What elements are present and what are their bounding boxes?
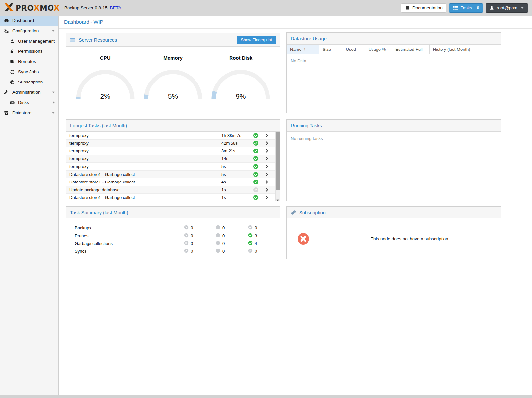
brand-wordmark: PROXMOX — [16, 4, 60, 12]
subscription-message: This node does not have a subscription. — [309, 236, 501, 241]
chevron-down-icon — [52, 30, 55, 32]
task-row[interactable]: termproxy3m 21s — [66, 147, 280, 155]
sidebar-item-user-management[interactable]: User Management — [0, 36, 58, 46]
task-row[interactable]: Datastore store1 - Garbage collect4s — [66, 178, 280, 186]
user-menu-button[interactable]: root@pam — [486, 3, 528, 13]
status-ok-icon — [253, 140, 259, 146]
summary-row-syncs: Syncs000 — [66, 248, 280, 255]
column-header-estimated-full[interactable]: Estimated Full — [392, 45, 430, 54]
chevron-down-icon — [521, 7, 524, 9]
tasks-button[interactable]: Tasks 0 — [449, 3, 483, 13]
task-row[interactable]: Datastore store1 - Garbage collect1s — [66, 194, 280, 201]
datastore-usage-panel: Datastore Usage Name↑SizeUsedUsage %Esti… — [286, 32, 501, 113]
summary-label: Syncs — [75, 249, 86, 254]
disk-icon — [9, 100, 15, 105]
task-duration: 5s — [221, 172, 226, 177]
count-value: 0 — [191, 225, 193, 230]
column-header-usage[interactable]: Usage % — [365, 45, 392, 54]
status-ok-icon — [253, 179, 259, 185]
sidebar-item-disks[interactable]: Disks — [0, 97, 58, 108]
show-fingerprint-button[interactable]: Show Fingerprint — [237, 36, 276, 44]
proxmox-x-logo-icon — [4, 3, 14, 13]
sidebar-item-dashboard[interactable]: Dashboard — [0, 16, 58, 26]
sort-ascending-icon: ↑ — [304, 47, 306, 51]
count-value: 0 — [191, 241, 193, 246]
sidebar-item-label: Sync Jobs — [18, 69, 39, 74]
summary-row-backups: Backups000 — [66, 224, 280, 232]
unlock-icon — [9, 49, 15, 54]
chevron-right-icon — [265, 149, 269, 153]
task-row[interactable]: Update package database1s? — [66, 186, 280, 194]
sidebar-item-label: Administration — [12, 90, 41, 95]
chevron-right-icon — [265, 172, 269, 177]
scrollbar-down-arrow-icon[interactable] — [276, 199, 280, 201]
sidebar-item-label: Permissions — [18, 49, 43, 54]
sidebar-item-permissions[interactable]: Permissions — [0, 46, 58, 56]
sidebar-item-administration[interactable]: Administration — [0, 87, 58, 97]
gauge-value: 9% — [209, 92, 272, 100]
column-header-size[interactable]: Size — [319, 45, 343, 54]
task-name: termproxy — [69, 141, 89, 146]
count-value: 0 — [222, 241, 225, 246]
column-header-history-last-month[interactable]: History (last Month) — [430, 45, 501, 54]
task-row[interactable]: termproxy14s — [66, 155, 280, 163]
task-row[interactable]: termproxy5s — [66, 163, 280, 171]
task-row[interactable]: Datastore store1 - Garbage collect5s — [66, 171, 280, 179]
datastore-usage-header: Datastore Usage — [287, 33, 501, 45]
column-header-name[interactable]: Name↑ — [287, 45, 319, 54]
task-summary-body: Backups000Prunes003Garbage collections00… — [66, 218, 280, 255]
page-title: Dashboard - WIP — [64, 19, 103, 25]
gauge-arc: 9% — [209, 66, 272, 100]
column-header-used[interactable]: Used — [342, 45, 365, 54]
gauge-memory: Memory5% — [139, 55, 207, 100]
archive-icon — [3, 111, 9, 115]
gears-icon — [3, 28, 9, 33]
status-warning-icon — [216, 233, 220, 239]
status-ok-icon — [253, 148, 259, 154]
tasks-scrollbar[interactable] — [275, 132, 280, 201]
count-value: 0 — [255, 225, 257, 230]
task-row[interactable]: termproxy1h 38m 7s — [66, 132, 280, 140]
task-row[interactable]: termproxy42m 58s — [66, 140, 280, 148]
chevron-right-icon — [265, 187, 269, 192]
user-icon — [9, 39, 15, 44]
task-duration: 5s — [221, 164, 226, 169]
sidebar-item-remotes[interactable]: Remotes — [0, 56, 58, 67]
running-tasks-panel: Running Tasks No running tasks — [286, 119, 501, 201]
status-error-icon — [184, 241, 189, 246]
count-value: 0 — [222, 249, 225, 254]
chevron-down-icon — [52, 91, 55, 93]
column-label: Size — [323, 47, 331, 52]
sidebar-item-subscription[interactable]: Subscription — [0, 77, 58, 87]
scrollbar-thumb[interactable] — [276, 132, 280, 190]
documentation-button[interactable]: Documentation — [401, 3, 446, 13]
task-duration: 14s — [221, 156, 228, 161]
chevron-right-icon — [265, 180, 269, 184]
task-duration: 1s — [221, 195, 226, 200]
column-label: Usage % — [369, 47, 386, 52]
status-warning-icon — [216, 249, 220, 254]
status-warning-icon — [216, 225, 220, 231]
count-value: 0 — [222, 225, 225, 230]
main-header: Dashboard - WIP — [59, 16, 532, 29]
documentation-label: Documentation — [412, 5, 443, 10]
datastore-empty-text: No Data — [287, 54, 501, 68]
sidebar-item-datastore[interactable]: Datastore — [0, 108, 58, 118]
task-name: Datastore store1 - Garbage collect — [69, 172, 135, 177]
server-resources-title: Server Resources — [79, 37, 117, 43]
lifering-icon — [9, 80, 15, 84]
task-name: Update package database — [69, 187, 120, 192]
summary-ok-count: 0 — [248, 225, 257, 231]
sidebar-item-sync-jobs[interactable]: Sync Jobs — [0, 67, 58, 77]
sidebar-item-label: Datastore — [12, 110, 32, 115]
task-summary-panel: Task Summary (last Month) Backups000Prun… — [66, 206, 280, 259]
sidebar-item-configuration[interactable]: Configuration — [0, 26, 58, 36]
summary-error-count: 0 — [184, 225, 193, 231]
tasks-count-badge: 0 — [477, 5, 479, 10]
server-stack-icon — [70, 38, 76, 42]
beta-link[interactable]: BETA — [110, 5, 121, 10]
gauge-value: 2% — [74, 92, 137, 100]
status-ok-icon — [248, 233, 253, 239]
summary-warning-count: 0 — [216, 225, 225, 231]
chevron-right-icon — [53, 101, 55, 104]
